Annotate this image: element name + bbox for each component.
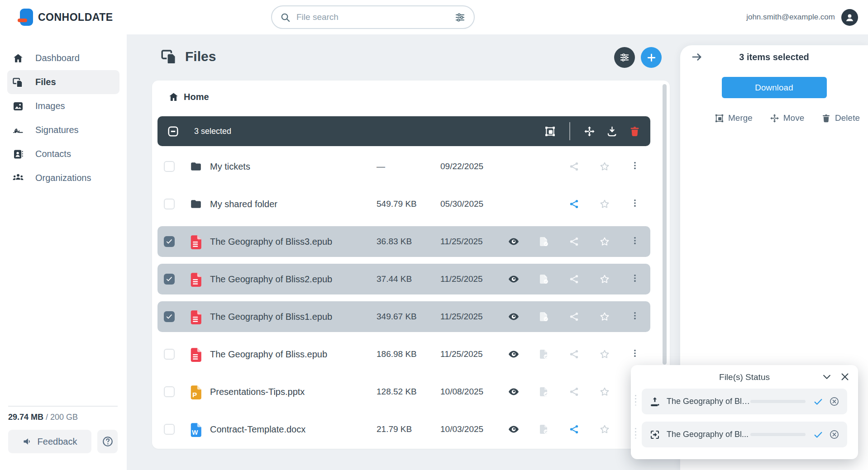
share-icon[interactable] (569, 424, 580, 435)
feedback-button[interactable]: Feedback (8, 430, 91, 453)
scrollbar[interactable] (663, 84, 667, 365)
star-icon[interactable] (599, 274, 610, 285)
file-search-bar[interactable] (271, 5, 475, 29)
convert-file-icon[interactable] (539, 236, 549, 247)
add-file-button[interactable] (641, 47, 662, 68)
sidebar-item-files[interactable]: Files (7, 70, 119, 94)
more-options-icon[interactable] (630, 274, 639, 285)
row-checkbox-checked[interactable] (164, 274, 175, 285)
move-icon (770, 114, 779, 123)
search-input[interactable] (296, 12, 454, 22)
file-row[interactable]: The Geography of Bliss2.epub 37.44 KB 11… (157, 264, 650, 294)
image-icon (13, 101, 24, 112)
row-checkbox[interactable] (164, 424, 175, 435)
delete-action[interactable]: Delete (821, 113, 860, 123)
star-icon[interactable] (599, 199, 610, 209)
move-action[interactable]: Move (770, 113, 804, 123)
drag-handle[interactable] (635, 395, 636, 396)
file-date: 10/03/2025 (434, 424, 498, 434)
drag-handle[interactable] (635, 428, 636, 429)
more-options-icon[interactable] (630, 161, 639, 172)
star-icon[interactable] (599, 161, 610, 172)
sidebar-item-label: Dashboard (35, 53, 80, 63)
sidebar-item-images[interactable]: Images (7, 94, 119, 118)
file-size: 549.79 KB (368, 199, 434, 209)
row-checkbox[interactable] (164, 349, 175, 360)
preview-eye-icon[interactable] (508, 274, 519, 285)
sidebar-item-dashboard[interactable]: Dashboard (7, 46, 119, 70)
share-icon[interactable] (569, 311, 580, 322)
file-row[interactable]: P Presentations-Tips.pptx 128.52 KB 10/0… (157, 376, 650, 407)
search-icon (280, 12, 291, 23)
share-icon[interactable] (569, 161, 580, 172)
search-filter-sliders-icon[interactable] (454, 12, 466, 23)
preview-eye-icon[interactable] (508, 311, 519, 322)
storage-separator: / (43, 413, 50, 422)
file-row[interactable]: The Geography of Bliss1.epub 349.67 KB 1… (157, 301, 650, 332)
row-checkbox-checked[interactable] (164, 311, 175, 322)
delete-icon[interactable] (629, 126, 640, 137)
collapse-panel-arrow-icon[interactable] (691, 51, 703, 63)
star-icon[interactable] (599, 311, 610, 322)
download-icon[interactable] (606, 126, 618, 137)
more-options-icon[interactable] (630, 199, 639, 209)
file-name: The Geography of Bliss1.epub (210, 312, 368, 322)
row-checkbox[interactable] (164, 161, 175, 172)
preview-eye-icon[interactable] (508, 236, 519, 247)
row-checkbox[interactable] (164, 386, 175, 397)
indeterminate-checkbox-icon[interactable] (167, 126, 179, 137)
folder-row[interactable]: My tickets — 09/22/2025 (157, 151, 650, 182)
preview-eye-icon[interactable] (508, 349, 519, 360)
dismiss-circle-x-icon[interactable] (829, 396, 839, 407)
star-icon[interactable] (599, 349, 610, 360)
toolbar-divider (569, 122, 570, 140)
download-button[interactable]: Download (722, 77, 827, 98)
file-date: 09/22/2025 (434, 161, 498, 171)
star-icon[interactable] (599, 386, 610, 397)
row-checkbox-checked[interactable] (164, 236, 175, 247)
move-icon[interactable] (584, 126, 595, 137)
row-checkbox[interactable] (164, 199, 175, 209)
preview-eye-icon[interactable] (508, 424, 519, 435)
more-options-icon[interactable] (630, 236, 639, 247)
share-icon[interactable] (569, 199, 580, 209)
sidebar-item-contacts[interactable]: Contacts (7, 142, 119, 166)
folder-row[interactable]: My shared folder 549.79 KB 05/30/2025 (157, 189, 650, 219)
more-options-icon[interactable] (630, 349, 639, 360)
share-icon[interactable] (569, 386, 580, 397)
merge-icon[interactable] (544, 126, 556, 137)
close-icon[interactable] (840, 372, 850, 382)
sliders-icon (619, 52, 630, 63)
sidebar-item-organizations[interactable]: Organizations (7, 166, 119, 190)
preview-eye-icon[interactable] (508, 386, 519, 397)
share-icon[interactable] (569, 274, 580, 285)
convert-file-icon[interactable] (539, 349, 549, 360)
view-settings-button[interactable] (614, 47, 635, 68)
file-list-card: Home 3 selected (152, 81, 670, 449)
breadcrumb[interactable]: Home (168, 92, 209, 102)
file-row[interactable]: The Geography of Bliss.epub 186.98 KB 11… (157, 339, 650, 370)
file-size: 21.79 KB (368, 424, 434, 434)
star-icon[interactable] (599, 424, 610, 435)
user-avatar[interactable] (841, 9, 858, 26)
dismiss-circle-x-icon[interactable] (829, 429, 839, 440)
convert-file-icon[interactable] (539, 274, 549, 285)
more-options-icon[interactable] (630, 311, 639, 322)
file-date: 11/25/2025 (434, 312, 498, 322)
sidebar-item-signatures[interactable]: Signatures (7, 118, 119, 142)
docx-file-icon: W (190, 423, 202, 436)
merge-action[interactable]: Merge (715, 113, 753, 123)
file-row[interactable]: The Geography of Bliss3.epub 36.83 KB 11… (157, 226, 650, 257)
check-icon (165, 275, 173, 283)
file-name: The Geography of Bliss.epub (210, 349, 368, 360)
convert-file-icon[interactable] (539, 311, 549, 322)
chevron-down-icon[interactable] (822, 372, 832, 382)
help-button[interactable] (97, 430, 118, 453)
share-icon[interactable] (569, 236, 580, 247)
convert-file-icon[interactable] (539, 424, 549, 435)
convert-file-icon[interactable] (539, 386, 549, 397)
brand-logo[interactable]: CONHOLDATE (20, 9, 113, 26)
share-icon[interactable] (569, 349, 580, 360)
file-row[interactable]: W Contract-Template.docx 21.79 KB 10/03/… (157, 414, 650, 445)
star-icon[interactable] (599, 236, 610, 247)
